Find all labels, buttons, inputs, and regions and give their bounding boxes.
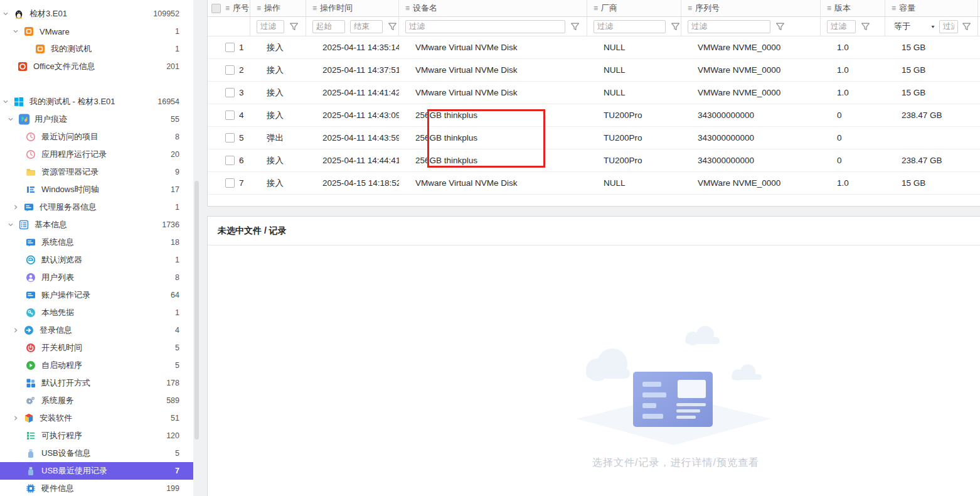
sidebar-item-label: 默认浏览器	[41, 254, 82, 266]
table-row[interactable]: 5弹出2025-04-11 14:43:59256GB thinkplusTU2…	[208, 127, 980, 149]
sidebar-item[interactable]: 最近访问的项目8	[0, 128, 193, 146]
column-header-serial[interactable]: ≡ 序列号	[681, 0, 821, 16]
sidebar-item-count: 64	[171, 291, 193, 299]
sidebar-item-count: 1	[175, 27, 193, 36]
sidebar-item[interactable]: 检材3.E01109952	[0, 5, 193, 23]
device-filter-input[interactable]	[405, 20, 565, 33]
row-checkbox[interactable]	[225, 133, 235, 143]
usb-records-table: ≡ 序号 ≡ 操作 ≡ 操作时间 ≡ 设备名 ≡ 厂商 ≡ 序列号	[207, 0, 980, 207]
filter-funnel-icon[interactable]	[861, 22, 870, 31]
table-row[interactable]: 7接入2025-04-15 14:18:52VMware Virtual NVM…	[208, 172, 980, 195]
column-header-time[interactable]: ≡ 操作时间	[306, 0, 399, 16]
sidebar-item[interactable]: 用户列表8	[0, 269, 193, 286]
sidebar-item[interactable]: 默认打开方式178	[0, 374, 193, 392]
table-row[interactable]: 3接入2025-04-11 14:41:42VMware Virtual NVM…	[208, 82, 980, 104]
cell-serial: VMWare NVME_0000	[681, 82, 821, 104]
filter-funnel-icon[interactable]	[570, 22, 580, 31]
vendor-filter-input[interactable]	[594, 20, 666, 33]
row-seq: 7	[239, 178, 244, 188]
sidebar-item-count: 4	[175, 326, 193, 335]
row-checkbox[interactable]	[225, 88, 235, 97]
chevron-down-icon[interactable]	[3, 93, 14, 111]
sidebar-item[interactable]: 应用程序运行记录20	[0, 146, 193, 163]
table-row[interactable]: 4接入2025-04-11 14:43:09256GB thinkplusTU2…	[208, 104, 980, 127]
chevron-down-icon[interactable]	[8, 216, 19, 234]
filter-funnel-icon[interactable]	[775, 22, 785, 31]
sidebar-item-count: 55	[171, 115, 193, 124]
sidebar-item[interactable]: 本地凭据1	[0, 304, 193, 321]
chevron-down-icon[interactable]	[3, 5, 14, 23]
sidebar-item[interactable]: USB设备信息5	[0, 445, 193, 462]
sidebar-item[interactable]: Office文件元信息201	[0, 58, 193, 75]
column-drag-icon: ≡	[594, 4, 598, 12]
sidebar-item-count: 1	[175, 45, 193, 53]
column-header-seq[interactable]: ≡ 序号	[208, 0, 250, 16]
filter-funnel-icon[interactable]	[388, 22, 397, 31]
table-row[interactable]: 6接入2025-04-11 14:44:41256GB thinkplusTU2…	[208, 149, 980, 172]
row-checkbox[interactable]	[225, 156, 235, 165]
sidebar-item[interactable]: 自启动程序5	[0, 357, 193, 374]
action-filter-input[interactable]	[257, 20, 284, 33]
column-drag-icon: ≡	[688, 4, 692, 12]
sidebar-item[interactable]: 登录信息4	[0, 321, 193, 339]
version-filter-input[interactable]	[827, 20, 856, 33]
chevron-down-icon[interactable]	[13, 23, 24, 40]
sidebar-item[interactable]: 资源管理器记录9	[0, 163, 193, 181]
sidebar-item[interactable]: 系统服务589	[0, 392, 193, 409]
sidebar-item[interactable]: 基本信息1736	[0, 216, 193, 234]
filter-funnel-icon[interactable]	[671, 22, 680, 31]
sidebar-item[interactable]: 用户痕迹55	[0, 111, 193, 128]
sidebar-item[interactable]: 系统信息18	[0, 234, 193, 251]
cell-time: 2025-04-11 14:41:42	[306, 82, 399, 104]
sidebar-item[interactable]: VMware1	[0, 23, 193, 40]
row-checkbox[interactable]	[225, 178, 235, 188]
row-checkbox[interactable]	[225, 43, 235, 52]
column-header-action[interactable]: ≡ 操作	[250, 0, 306, 16]
cell-capacity: 238.47 GB	[885, 149, 978, 171]
sidebar-item[interactable]: 我的测试机1	[0, 40, 193, 58]
chevron-right-icon[interactable]	[13, 198, 24, 216]
chevron-down-icon[interactable]	[8, 111, 19, 128]
serial-filter-input[interactable]	[688, 20, 770, 33]
vmware-icon	[35, 44, 46, 55]
power-icon	[26, 343, 36, 353]
exec-icon	[26, 431, 36, 441]
sidebar-item-label: 系统服务	[41, 395, 74, 406]
column-header-device[interactable]: ≡ 设备名	[399, 0, 587, 16]
select-all-checkbox[interactable]	[211, 4, 221, 13]
time-end-filter-input[interactable]	[350, 20, 383, 33]
detail-panel-title: 未选中文件 / 记录	[208, 217, 980, 245]
table-row[interactable]: 2接入2025-04-11 14:37:51VMware Virtual NVM…	[208, 59, 980, 82]
sidebar-item[interactable]: 我的测试机 - 检材3.E0116954	[0, 93, 193, 111]
cell-time: 2025-04-11 14:44:41	[306, 149, 399, 171]
column-header-capacity[interactable]: ≡ 容量	[885, 0, 978, 16]
cell-time: 2025-04-11 14:43:59	[306, 127, 399, 149]
column-header-version[interactable]: ≡ 版本	[821, 0, 885, 16]
capacity-filter-input[interactable]	[939, 20, 958, 33]
sidebar-item-label: 应用程序运行记录	[41, 149, 107, 160]
sidebar-item[interactable]: 默认浏览器1	[0, 251, 193, 269]
sidebar-item[interactable]: Windows时间轴17	[0, 181, 193, 198]
sidebar-item[interactable]: 安装软件51	[0, 409, 193, 427]
column-header-vendor[interactable]: ≡ 厂商	[587, 0, 681, 16]
sidebar-item[interactable]: 代理服务器信息1	[0, 198, 193, 216]
sidebar-scrollbar[interactable]	[194, 181, 199, 439]
sidebar-item-count: 8	[175, 132, 193, 141]
sidebar-item[interactable]: 硬件信息199	[0, 480, 193, 496]
sidebar-item[interactable]: USB最近使用记录7	[0, 462, 193, 480]
chevron-right-icon[interactable]	[13, 321, 24, 339]
row-checkbox[interactable]	[225, 65, 235, 75]
filter-funnel-icon[interactable]	[962, 22, 971, 31]
column-label: 版本	[834, 3, 851, 14]
table-row[interactable]: 1接入2025-04-11 14:35:14VMware Virtual NVM…	[208, 36, 980, 59]
sidebar-item[interactable]: 账户操作记录64	[0, 286, 193, 304]
capacity-operator-select[interactable]: 等于 ▼	[894, 21, 935, 32]
time-start-filter-input[interactable]	[312, 20, 345, 33]
sidebar-item[interactable]: 可执行程序120	[0, 427, 193, 445]
row-checkbox[interactable]	[225, 111, 235, 120]
filter-funnel-icon[interactable]	[289, 22, 299, 31]
sidebar-item[interactable]: 开关机时间5	[0, 339, 193, 357]
sidebar-item-label: 可执行程序	[41, 430, 82, 441]
chevron-right-icon[interactable]	[13, 409, 24, 427]
sidebar-item-count: 17	[171, 185, 193, 194]
